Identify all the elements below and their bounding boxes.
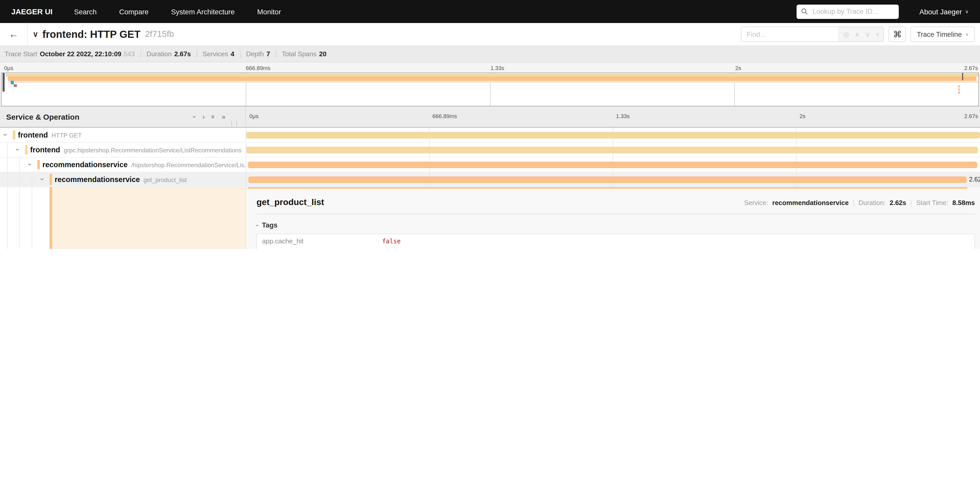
about-jaeger-label: About Jaeger <box>920 7 962 16</box>
trace-collapse-chevron-icon[interactable]: ∨ <box>33 30 38 39</box>
trace-id-search-input[interactable] <box>811 7 894 16</box>
total-spans-label: Total Spans <box>282 50 317 58</box>
collapse-one-icon[interactable]: › <box>191 115 199 118</box>
nav-item-system-architecture[interactable]: System Architecture <box>171 7 235 16</box>
span-row-get-product-list[interactable]: › recommendationserviceget_product_list … <box>0 172 980 187</box>
span-duration-label: 2.62s <box>969 176 980 183</box>
column-resize-handle[interactable]: ❘❘ <box>229 120 239 126</box>
span-detail-panel: get_product_list Service: recommendation… <box>246 187 980 249</box>
next-match-icon[interactable]: ∨ <box>865 30 870 38</box>
span-service-operation: frontendHTTP GET <box>18 131 82 139</box>
tree-guide <box>7 172 8 187</box>
nav-right: About Jaeger ∨ <box>797 4 969 19</box>
duration-label: Duration <box>146 50 172 58</box>
prev-match-icon[interactable]: ∧ <box>855 30 860 38</box>
service-color-bar <box>37 160 40 169</box>
back-button[interactable]: ← <box>0 23 28 46</box>
detail-service-label: Service: <box>744 199 768 207</box>
trace-total-spans: Total Spans 20 <box>276 50 332 58</box>
span-duration-bar[interactable] <box>246 147 978 153</box>
span-operation: get_product_list <box>143 176 187 184</box>
collapse-controls: › › » » <box>194 113 225 120</box>
service-color-bar <box>13 130 15 140</box>
minimap-canvas[interactable] <box>1 73 979 106</box>
chevron-down-icon[interactable]: › <box>27 163 33 166</box>
span-row-recommendation-grpc[interactable]: › recommendationservice/hipstershop.Reco… <box>0 158 980 172</box>
search-icon <box>802 8 808 15</box>
trace-id-search-box[interactable] <box>797 4 899 19</box>
tag-value: false <box>382 234 401 248</box>
focus-match-icon[interactable]: ◎ <box>843 30 849 38</box>
services-label: Services <box>203 50 228 58</box>
span-name-cell: › recommendationservice/hipstershop.Reco… <box>0 158 246 172</box>
minimap-tick: 2.67s <box>964 65 978 71</box>
span-service: recommendationservice <box>42 161 128 169</box>
detail-duration-label: Duration: <box>859 199 886 207</box>
find-group: ◎ ∧ ∨ × <box>741 27 884 42</box>
jaeger-trace-page: JAEGER UI Search Compare System Architec… <box>0 0 980 249</box>
collapse-all-icon[interactable]: » <box>210 115 217 118</box>
total-spans-value: 20 <box>319 50 326 58</box>
find-input[interactable] <box>741 27 839 42</box>
view-selector-button[interactable]: Trace Timeline ∨ <box>911 27 975 42</box>
minimap-left-drag-handle[interactable] <box>3 73 5 91</box>
minimap-span-band <box>11 81 14 85</box>
span-name-cell: › recommendationserviceget_product_list <box>0 172 246 187</box>
chevron-down-icon: ∨ <box>966 32 969 37</box>
trace-minimap: 0μs 666.89ms 1.33s 2s 2.67s <box>0 62 980 106</box>
about-jaeger-menu[interactable]: About Jaeger ∨ <box>920 7 969 16</box>
minimap-tick: 666.89ms <box>246 65 270 71</box>
minimap-span-band <box>958 85 960 88</box>
span-service: frontend <box>18 131 48 139</box>
span-duration-bar[interactable] <box>248 161 978 168</box>
minimap-right-drag-handle[interactable] <box>962 73 963 80</box>
minimap-tick: 1.33s <box>490 65 504 71</box>
selected-span-accent-bar <box>248 187 967 189</box>
span-service: recommendationservice <box>55 176 140 184</box>
chevron-down-icon[interactable]: › <box>39 178 46 180</box>
tree-guide <box>32 172 32 187</box>
span-row-frontend-http-get[interactable]: › frontendHTTP GET <box>0 128 980 143</box>
span-row-frontend-grpc[interactable]: › frontendgrpc.hipstershop.Recommendatio… <box>0 143 980 158</box>
clear-find-icon[interactable]: × <box>876 30 880 38</box>
span-rows: › frontendHTTP GET › frontendgrpc.hipste… <box>0 128 980 249</box>
span-name-cell: › frontendHTTP GET <box>0 128 246 142</box>
minimap-tick: 2s <box>735 65 741 71</box>
tree-guide <box>7 143 8 157</box>
depth-value: 7 <box>266 50 270 58</box>
app-logo[interactable]: JAEGER UI <box>11 7 52 16</box>
chevron-down-icon[interactable]: › <box>14 148 21 151</box>
chevron-down-icon[interactable]: › <box>2 134 9 136</box>
column-divider[interactable] <box>246 128 246 249</box>
service-color-bar <box>25 145 28 155</box>
command-icon: ⌘ <box>893 29 902 40</box>
minimap-tick: 0μs <box>4 65 13 71</box>
tag-key: app.cache_hit <box>257 234 382 248</box>
minimap-span-band <box>14 85 17 87</box>
expand-all-icon[interactable]: » <box>222 113 225 120</box>
axis-tick: 666.89ms <box>433 113 457 119</box>
span-duration-bar[interactable] <box>248 176 967 183</box>
expand-one-icon[interactable]: › <box>203 113 205 120</box>
chevron-down-icon: › <box>255 224 261 226</box>
services-value: 4 <box>231 50 234 58</box>
service-operation-header: Service & Operation › › » » ❘❘ <box>0 106 246 127</box>
tree-guide <box>19 172 20 187</box>
span-duration-bar[interactable] <box>246 132 980 139</box>
top-nav: JAEGER UI Search Compare System Architec… <box>0 0 980 23</box>
nav-item-monitor[interactable]: Monitor <box>257 7 281 16</box>
minimap-span-band <box>6 73 978 77</box>
detail-divider <box>256 214 975 214</box>
span-operation: /hipstershop.RecommendationService/Lis..… <box>131 161 246 169</box>
tags-section-toggle[interactable]: › Tags <box>256 221 975 229</box>
tree-guide <box>7 187 8 249</box>
tag-row: app.cache_hit false <box>257 234 974 249</box>
trace-summary: Trace Start October 22 2022, 22:10:09 .5… <box>0 46 980 62</box>
view-selector-label: Trace Timeline <box>917 30 962 38</box>
minimap-span-band <box>9 81 978 83</box>
trace-duration: Duration 2.67s <box>141 50 197 58</box>
timeline-header: Service & Operation › › » » ❘❘ 0μs 666.8… <box>0 106 980 128</box>
nav-item-search[interactable]: Search <box>74 7 97 16</box>
nav-item-compare[interactable]: Compare <box>119 7 148 16</box>
keyboard-shortcuts-button[interactable]: ⌘ <box>889 27 906 42</box>
